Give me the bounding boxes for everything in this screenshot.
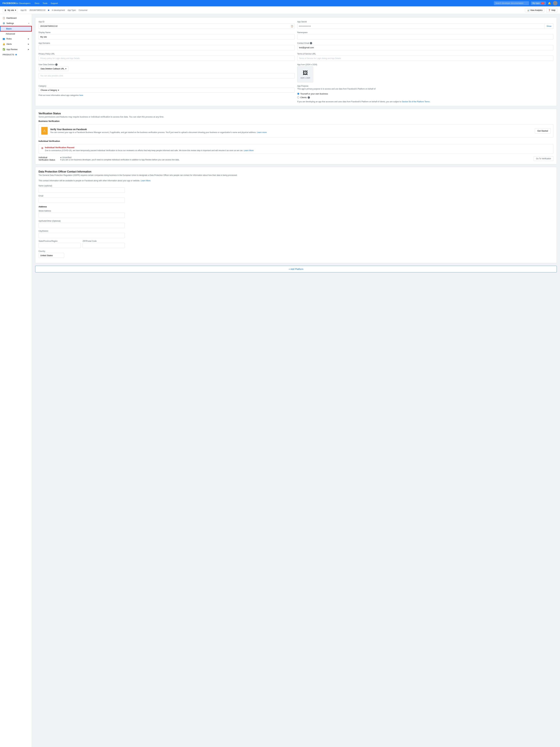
platform-terms-link[interactable]: Section 5b of the Platform Terms [402, 101, 430, 103]
help-button[interactable]: ❓ Help [546, 8, 557, 12]
search-input[interactable] [494, 1, 529, 5]
app-domains-label: App Domains [38, 42, 295, 44]
user-data-deletion-info-icon[interactable]: i [55, 63, 57, 66]
dashboard-icon: 📋 [3, 17, 5, 19]
app-bar: 🖥 My site ▾ App ID: 263168708552132 In d… [0, 6, 560, 14]
contact-email-info-icon[interactable]: i [310, 42, 312, 44]
nav-docs[interactable]: Docs [35, 2, 39, 4]
add-product-icon[interactable]: ⊕ [15, 53, 17, 56]
verification-status-row: Individual Verification Status ● Unverif… [38, 156, 554, 161]
settings-icon: ⚙️ [3, 22, 5, 24]
learn-more-link[interactable]: Learn more [257, 131, 267, 133]
unverified-badge: ● Unverified [60, 156, 531, 159]
apt-input[interactable] [38, 223, 125, 228]
city-label: City/District [38, 230, 125, 232]
show-secret-button[interactable]: Show [545, 24, 554, 29]
image-icon: 🖼 [303, 70, 308, 76]
app-icon-group: App Icon (1024 x 1024) 🖼 1024 x 1024 [297, 63, 554, 82]
purpose-yourself-radio[interactable] [297, 93, 299, 95]
contact-email-group: Contact Email i [297, 42, 554, 50]
data-deletion-dropdown[interactable]: Data Deletion Callback URL ▾ [38, 66, 69, 71]
apt-group: Apt/Suite/Other (Optional) [38, 220, 125, 228]
app-secret-group: App Secret Show [297, 21, 554, 29]
purpose-yourself-option[interactable]: Yourself or your own business [297, 93, 554, 95]
namespace-group: Namespace [297, 31, 554, 40]
app-id-display: 263168708552132 [39, 24, 289, 29]
dpo-name-input[interactable] [38, 187, 125, 193]
contact-email-input[interactable] [297, 45, 554, 50]
sidebar-item-dashboard[interactable]: 📋 Dashboard [0, 15, 32, 21]
status-dot [48, 9, 49, 11]
verify-business-card-title: Verify Your Business on Facebook [50, 128, 532, 131]
verification-card: Verification Status Some permissions and… [35, 109, 557, 164]
get-started-button[interactable]: Get Started [535, 128, 551, 133]
sidebar-label-settings: Settings [6, 22, 14, 24]
nav-tools[interactable]: Tools [43, 2, 48, 4]
copy-icon[interactable]: 📋 [289, 24, 295, 29]
app-id-value: 263168708552132 [29, 9, 45, 11]
alerts-chevron-icon: ▶ [28, 43, 29, 45]
nav-links: Docs Tools Support [35, 2, 494, 4]
individual-paused-card: ⊗ Individual Verification Paused Due to … [38, 144, 554, 154]
app-domains-group: App Domains [38, 42, 295, 50]
state-input[interactable] [38, 243, 81, 248]
individual-verification-title: Individual Verification [38, 140, 554, 142]
app-icon-size-label: 1024 x 1024 [300, 77, 310, 79]
dpo-email-group: Email [38, 195, 125, 203]
app-icon-placeholder[interactable]: 🖼 1024 x 1024 [297, 66, 313, 82]
notification-bell-icon[interactable]: 🔔 [548, 2, 551, 5]
terms-of-service-input[interactable] [297, 56, 554, 61]
clients-info-icon[interactable]: i [308, 96, 310, 99]
namespace-label: Namespace [297, 31, 554, 33]
category-group: Category Choose a Category ▾ Find out mo… [38, 85, 295, 103]
dpo-title: Data Protection Officer Contact Informat… [38, 170, 554, 173]
dpo-email-input[interactable] [38, 198, 125, 203]
dpo-learn-more-link[interactable]: Learn More. [141, 180, 151, 182]
sidebar-item-alerts[interactable]: 🔔 Alerts ▶ [0, 42, 32, 47]
user-data-deletion-group: User Data Deletion i Data Deletion Callb… [38, 63, 295, 82]
address-title: Address [38, 205, 554, 208]
dpo-card: Data Protection Officer Contact Informat… [35, 167, 557, 263]
privacy-policy-input[interactable] [38, 56, 295, 61]
app-domains-input[interactable] [38, 45, 295, 50]
purpose-clients-radio[interactable] [297, 96, 299, 99]
country-select[interactable]: United States [38, 253, 64, 258]
avatar[interactable] [553, 1, 557, 5]
view-analytics-button[interactable]: 📊 View Analytics [525, 8, 544, 12]
zip-group: ZIP/Postal Code [83, 240, 125, 248]
sidebar-item-roles[interactable]: 👥 Roles ▶ [0, 36, 32, 42]
site-icon: 🖥 [4, 9, 6, 11]
app-id-label: App ID: [21, 9, 27, 11]
warning-icon: ⚠ [43, 129, 46, 133]
data-deletion-link-input[interactable] [38, 73, 295, 78]
purpose-clients-option[interactable]: Clients i [297, 96, 554, 99]
purpose-yourself-label: Yourself or your own business [300, 93, 328, 95]
app-secret-label: App Secret [297, 21, 554, 23]
sidebar-item-settings[interactable]: ⚙️ Settings ▾ [0, 21, 32, 26]
app-icon-label: App Icon (1024 x 1024) [297, 63, 554, 66]
sidebar-item-advanced[interactable]: Advanced [0, 31, 32, 36]
my-apps-button[interactable]: My Apps 13 [531, 1, 546, 5]
terms-of-service-label: Terms of Service URL [297, 53, 554, 55]
app-secret-input[interactable] [297, 24, 545, 29]
basic-form-grid: App ID 263168708552132 📋 App Secret Show [38, 21, 554, 103]
sidebar-item-appreview[interactable]: ✅ App Review ▶ [0, 47, 32, 52]
add-platform-wrapper: + Add Platform [35, 266, 557, 273]
learn-more2-link[interactable]: Learn More [244, 149, 254, 152]
sidebar-item-basic[interactable]: Basic [0, 26, 32, 31]
category-here-link[interactable]: here [79, 94, 83, 96]
street-address-input[interactable] [38, 213, 125, 218]
site-selector[interactable]: 🖥 My site ▾ [3, 8, 18, 12]
add-platform-button[interactable]: + Add Platform [35, 266, 557, 273]
display-name-input[interactable] [38, 34, 295, 40]
city-input[interactable] [38, 233, 125, 238]
zip-label: ZIP/Postal Code [83, 240, 125, 242]
zip-input[interactable] [83, 243, 125, 248]
nav-support[interactable]: Support [51, 2, 58, 4]
country-group: Country United States [38, 250, 71, 258]
roles-icon: 👥 [3, 37, 5, 40]
verify-business-card-desc: You can connect your app to a Facebook B… [50, 131, 532, 133]
go-to-verification-button[interactable]: Go To Verification [534, 156, 554, 161]
namespace-input[interactable] [297, 34, 554, 40]
category-dropdown[interactable]: Choose a Category ▾ [38, 88, 295, 93]
